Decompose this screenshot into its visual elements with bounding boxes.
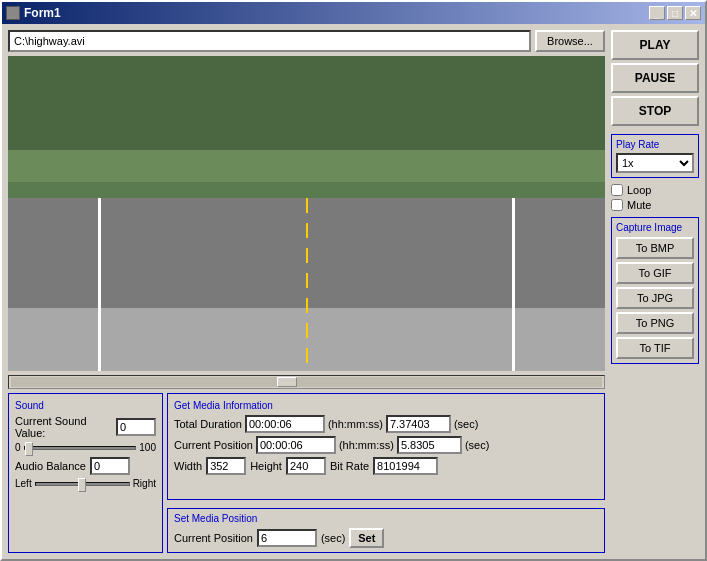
current-position-sec-input[interactable] <box>397 436 462 454</box>
media-area: Get Media Information Total Duration (hh… <box>167 393 605 553</box>
current-position-label: Current Position <box>174 439 253 451</box>
play-rate-group: Play Rate 1x 2x 0.5x 0.25x <box>611 134 699 178</box>
to-bmp-button[interactable]: To BMP <box>616 237 694 259</box>
total-duration-time-input[interactable] <box>245 415 325 433</box>
current-position-row: Current Position (hh:mm:ss) (sec) <box>174 436 598 454</box>
height-input[interactable] <box>286 457 326 475</box>
total-duration-label: Total Duration <box>174 418 242 430</box>
current-sound-label: Current Sound Value: <box>15 415 112 439</box>
balance-slider-row: Left Right <box>15 478 156 489</box>
current-sound-input[interactable] <box>116 418 156 436</box>
media-info-title: Get Media Information <box>174 400 598 411</box>
right-sidebar: PLAY PAUSE STOP Play Rate 1x 2x 0.5x 0.2… <box>611 30 699 553</box>
play-rate-select[interactable]: 1x 2x 0.5x 0.25x <box>616 153 694 173</box>
to-jpg-button[interactable]: To JPG <box>616 287 694 309</box>
mute-row: Mute <box>611 199 699 211</box>
title-bar-buttons: _ □ ✕ <box>649 6 701 20</box>
loop-checkbox[interactable] <box>611 184 623 196</box>
volume-max-label: 100 <box>139 442 156 453</box>
scrollbar-track[interactable] <box>11 377 602 387</box>
scrollbar-thumb[interactable] <box>277 377 297 387</box>
volume-min-label: 0 <box>15 442 21 453</box>
road-shoulder-left <box>98 198 101 371</box>
file-path-input[interactable] <box>8 30 531 52</box>
mute-label: Mute <box>627 199 651 211</box>
total-duration-sec-input[interactable] <box>386 415 451 433</box>
set-position-input[interactable] <box>257 529 317 547</box>
bitrate-input[interactable] <box>373 457 438 475</box>
mute-checkbox[interactable] <box>611 199 623 211</box>
audio-balance-input[interactable] <box>90 457 130 475</box>
capture-panel: Capture Image To BMP To GIF To JPG To PN… <box>611 217 699 364</box>
main-content: Browse... Sound <box>2 24 705 559</box>
window-icon <box>6 6 20 20</box>
media-info-panel: Get Media Information Total Duration (hh… <box>167 393 605 500</box>
current-position-time-format: (hh:mm:ss) <box>339 439 394 451</box>
loop-row: Loop <box>611 184 699 196</box>
set-position-title: Set Media Position <box>174 513 598 524</box>
current-sound-row: Current Sound Value: <box>15 415 156 439</box>
window-title: Form1 <box>24 6 649 20</box>
to-tif-button[interactable]: To TIF <box>616 337 694 359</box>
set-position-button[interactable]: Set <box>349 528 384 548</box>
audio-balance-row: Audio Balance <box>15 457 156 475</box>
bitrate-label: Bit Rate <box>330 460 369 472</box>
set-position-label: Current Position <box>174 532 253 544</box>
volume-slider-row: 0 100 <box>15 442 156 453</box>
balance-slider-thumb[interactable] <box>78 478 86 492</box>
current-position-time-input[interactable] <box>256 436 336 454</box>
loop-label: Loop <box>627 184 651 196</box>
dimensions-row: Width Height Bit Rate <box>174 457 598 475</box>
total-duration-row: Total Duration (hh:mm:ss) (sec) <box>174 415 598 433</box>
current-position-sec-format: (sec) <box>465 439 489 451</box>
main-window: Form1 _ □ ✕ Browse... <box>0 0 707 561</box>
road-center-line <box>306 198 308 371</box>
maximize-button[interactable]: □ <box>667 6 683 20</box>
width-input[interactable] <box>206 457 246 475</box>
play-rate-label: Play Rate <box>616 139 694 150</box>
play-button[interactable]: PLAY <box>611 30 699 60</box>
capture-panel-title: Capture Image <box>616 222 694 233</box>
video-display <box>8 56 605 371</box>
balance-slider[interactable] <box>35 482 130 486</box>
height-label: Height <box>250 460 282 472</box>
minimize-button[interactable]: _ <box>649 6 665 20</box>
file-row: Browse... <box>8 30 605 52</box>
total-duration-time-format: (hh:mm:ss) <box>328 418 383 430</box>
video-scrollbar[interactable] <box>8 375 605 389</box>
set-position-panel: Set Media Position Current Position (sec… <box>167 508 605 553</box>
left-area: Browse... Sound <box>8 30 605 553</box>
set-position-sec-label: (sec) <box>321 532 345 544</box>
to-png-button[interactable]: To PNG <box>616 312 694 334</box>
pause-button[interactable]: PAUSE <box>611 63 699 93</box>
road-shoulder-right <box>512 198 515 371</box>
to-gif-button[interactable]: To GIF <box>616 262 694 284</box>
browse-button[interactable]: Browse... <box>535 30 605 52</box>
balance-right-label: Right <box>133 478 156 489</box>
close-button[interactable]: ✕ <box>685 6 701 20</box>
title-bar: Form1 _ □ ✕ <box>2 2 705 24</box>
video-scene <box>8 56 605 371</box>
bottom-panels: Sound Current Sound Value: 0 100 Audio B… <box>8 393 605 553</box>
stop-button[interactable]: STOP <box>611 96 699 126</box>
width-label: Width <box>174 460 202 472</box>
sound-panel-title: Sound <box>15 400 156 411</box>
balance-left-label: Left <box>15 478 32 489</box>
audio-balance-label: Audio Balance <box>15 460 86 472</box>
sound-panel: Sound Current Sound Value: 0 100 Audio B… <box>8 393 163 553</box>
volume-slider[interactable] <box>24 446 137 450</box>
set-position-row: Current Position (sec) Set <box>174 528 598 548</box>
total-duration-sec-format: (sec) <box>454 418 478 430</box>
volume-slider-thumb[interactable] <box>25 442 33 456</box>
